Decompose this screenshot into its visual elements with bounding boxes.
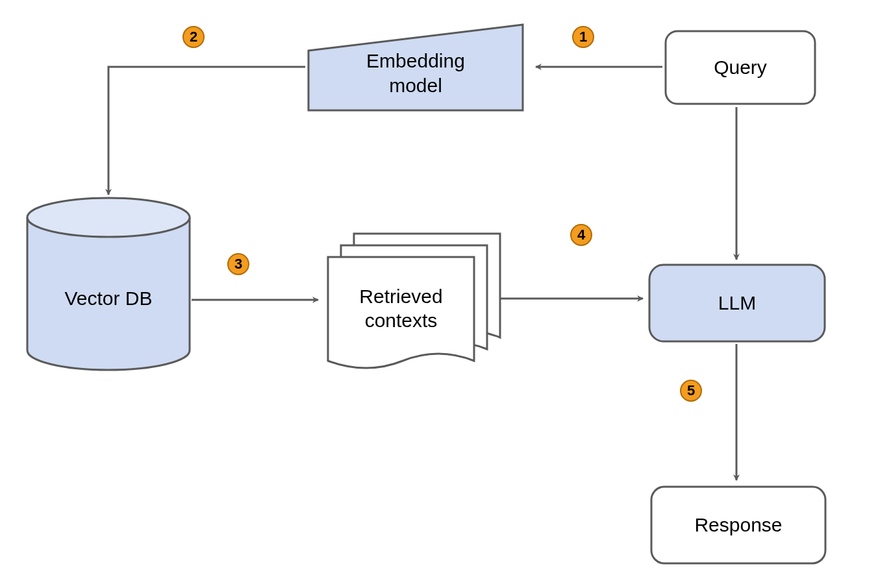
node-retrieved-contexts [328, 234, 500, 368]
svg-point-0 [27, 198, 190, 237]
step-badge-1: 1 [572, 26, 594, 48]
step-badge-2: 2 [182, 26, 205, 48]
diagram-canvas: Query Embedding model Vector DB Retrieve… [0, 0, 878, 588]
diagram-svg [0, 0, 878, 588]
arrow-embedding-to-vectordb [108, 67, 305, 195]
node-response [651, 487, 825, 563]
node-embedding-model [308, 25, 523, 110]
node-llm [649, 265, 825, 341]
node-query [666, 31, 815, 104]
step-badge-4: 4 [570, 224, 592, 246]
step-badge-3: 3 [227, 253, 249, 275]
step-badge-5: 5 [680, 380, 702, 402]
node-vector-db [27, 198, 190, 370]
